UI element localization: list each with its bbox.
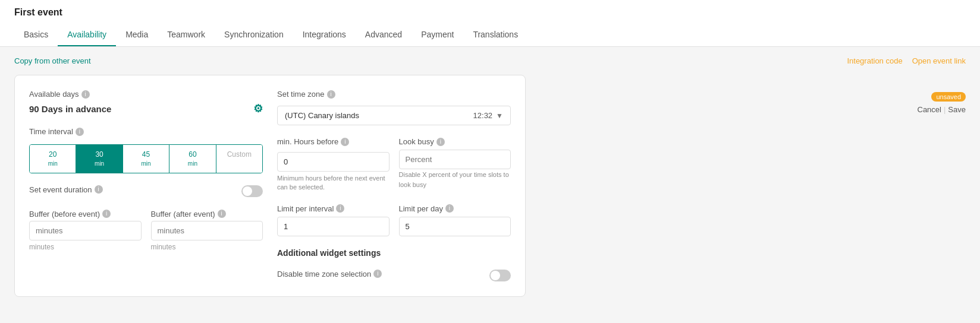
timezone-time: 12:32 ▼ [473, 111, 503, 120]
limit-per-day-label: Limit per day i [399, 204, 511, 213]
interval-buttons-group: 20 min 30 min 45 min 60 [29, 144, 263, 173]
form-card: Available days i 90 Days in advance ⚙ Ti… [14, 75, 526, 297]
set-event-duration-toggle[interactable] [241, 185, 263, 197]
look-busy-hint: Disable X percent of your time slots to … [399, 171, 509, 188]
min-hours-info-icon[interactable]: i [341, 138, 349, 146]
interval-45-btn[interactable]: 45 min [123, 145, 169, 173]
timezone-info-icon[interactable]: i [327, 90, 335, 99]
look-busy-section: Look busy i Disable X percent of your ti… [399, 137, 511, 192]
buffer-after-info-icon[interactable]: i [218, 210, 226, 218]
buffer-before-unit: minutes [29, 243, 142, 251]
page-header: First event Basics Availability Media Te… [0, 0, 980, 47]
disable-tz-toggle[interactable] [489, 270, 511, 281]
set-event-duration-row: Set event duration i [29, 185, 263, 198]
buffer-before-label: Buffer (before event) i [29, 210, 142, 218]
limit-per-interval-input[interactable] [277, 217, 390, 236]
limit-per-interval-info-icon[interactable]: i [336, 204, 344, 213]
min-hours-section: min. Hours before i Minimum hours before… [277, 137, 390, 192]
days-advance-row: 90 Days in advance ⚙ [29, 102, 263, 115]
min-hours-hint: Minimum hours before the next event can … [277, 174, 390, 192]
tab-payment[interactable]: Payment [412, 24, 463, 46]
top-bar-right: Integration code Open event link [847, 56, 966, 65]
timezone-label: Set time zone i [277, 90, 511, 99]
tab-nav: Basics Availability Media Teamwork Synch… [14, 24, 966, 46]
timezone-value: (UTC) Canary islands [285, 111, 359, 120]
integration-code-link[interactable]: Integration code [847, 56, 902, 65]
save-cancel-row: Cancel | Save [918, 105, 966, 114]
look-busy-input[interactable] [399, 150, 511, 169]
limit-per-day-input[interactable] [399, 217, 511, 236]
tab-media[interactable]: Media [116, 24, 158, 46]
min-hours-label: min. Hours before i [277, 137, 390, 146]
timezone-section: Set time zone i (UTC) Canary islands 12:… [277, 90, 511, 125]
time-interval-label: Time interval i [29, 127, 263, 136]
right-column: Set time zone i (UTC) Canary islands 12:… [277, 90, 511, 282]
time-interval-section: Time interval i 20 min 30 min 4 [29, 127, 263, 173]
limit-per-interval-section: Limit per interval i [277, 204, 390, 236]
limit-per-interval-label: Limit per interval i [277, 204, 390, 213]
form-grid: Available days i 90 Days in advance ⚙ Ti… [29, 90, 511, 282]
gear-icon[interactable]: ⚙ [253, 102, 263, 115]
tab-translations[interactable]: Translations [463, 24, 527, 46]
tab-integrations[interactable]: Integrations [293, 24, 356, 46]
disable-tz-row: Disable time zone selection i [277, 270, 511, 282]
page-title: First event [14, 7, 966, 18]
tab-availability[interactable]: Availability [58, 24, 116, 46]
buffer-after-unit: minutes [151, 243, 263, 251]
disable-tz-info-icon[interactable]: i [373, 270, 382, 278]
tab-teamwork[interactable]: Teamwork [158, 24, 215, 46]
timezone-select[interactable]: (UTC) Canary islands 12:32 ▼ [277, 106, 511, 125]
limit-per-day-section: Limit per day i [399, 204, 511, 236]
copy-from-event-link[interactable]: Copy from other event [14, 56, 91, 65]
min-hours-look-busy-row: min. Hours before i Minimum hours before… [277, 137, 511, 192]
save-button[interactable]: Save [948, 105, 966, 114]
interval-30-btn[interactable]: 30 min [76, 145, 122, 173]
top-bar: Copy from other event Integration code O… [14, 56, 966, 65]
buffer-before-info-icon[interactable]: i [102, 210, 111, 218]
set-event-duration-label: Set event duration i [29, 185, 103, 194]
set-event-duration-info-icon[interactable]: i [95, 185, 103, 194]
available-days-section: Available days i 90 Days in advance ⚙ [29, 90, 263, 115]
additional-settings-title: Additional widget settings [277, 248, 511, 258]
left-column: Available days i 90 Days in advance ⚙ Ti… [29, 90, 263, 282]
timezone-chevron-icon: ▼ [496, 112, 503, 120]
buffer-row: Buffer (before event) i minutes Buffer (… [29, 210, 263, 251]
available-days-info-icon[interactable]: i [81, 90, 90, 99]
available-days-label: Available days i [29, 90, 263, 99]
look-busy-info-icon[interactable]: i [436, 138, 445, 146]
limit-per-day-info-icon[interactable]: i [445, 204, 454, 213]
buffer-after-input[interactable] [151, 221, 263, 240]
open-event-link[interactable]: Open event link [912, 56, 966, 65]
disable-tz-label: Disable time zone selection i [277, 270, 382, 278]
buffer-before-field: Buffer (before event) i minutes [29, 210, 142, 251]
buffer-after-field: Buffer (after event) i minutes [151, 210, 263, 251]
time-interval-info-icon[interactable]: i [76, 128, 84, 136]
tab-advanced[interactable]: Advanced [356, 24, 412, 46]
interval-20-btn[interactable]: 20 min [30, 145, 76, 173]
days-advance-value: 90 Days in advance [29, 104, 111, 114]
interval-custom-btn[interactable]: Custom [216, 145, 262, 173]
interval-60-btn[interactable]: 60 min [169, 145, 216, 173]
limit-row: Limit per interval i Limit per day i [277, 204, 511, 236]
save-area: unsaved Cancel | Save [918, 92, 966, 114]
divider: | [944, 105, 946, 114]
min-hours-input[interactable] [277, 152, 390, 172]
additional-settings-section: Additional widget settings [277, 248, 511, 258]
content-area: Copy from other event Integration code O… [0, 47, 980, 306]
tab-basics[interactable]: Basics [14, 24, 58, 46]
cancel-button[interactable]: Cancel [918, 105, 941, 114]
buffer-after-label: Buffer (after event) i [151, 210, 263, 218]
buffer-before-input[interactable] [29, 221, 142, 240]
tab-synchronization[interactable]: Synchronization [215, 24, 293, 46]
unsaved-badge: unsaved [931, 92, 966, 102]
look-busy-label: Look busy i [399, 137, 511, 146]
